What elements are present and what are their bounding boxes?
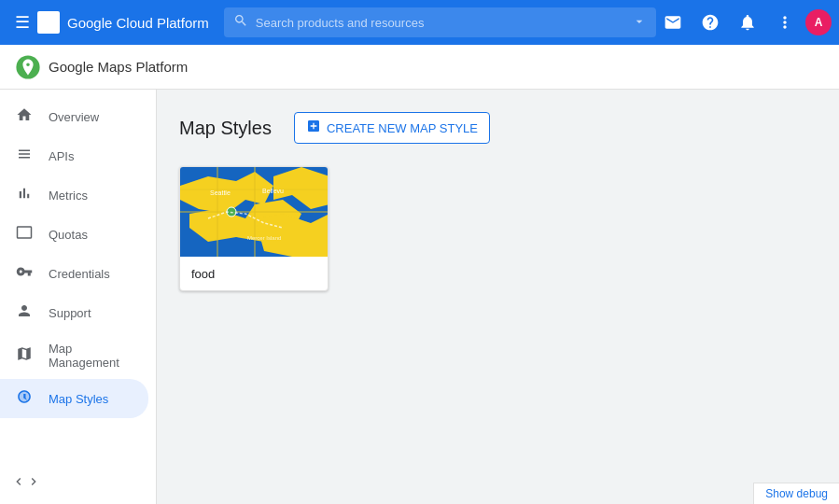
home-icon: [15, 106, 34, 127]
page-header: Map Styles CREATE NEW MAP STYLE: [179, 112, 817, 144]
support-icon: [15, 302, 34, 323]
main-content: Map Styles CREATE NEW MAP STYLE: [157, 90, 839, 504]
main-layout: Overview APIs Metrics Quotas Credentials: [0, 90, 839, 504]
sidebar-item-map-styles[interactable]: Map Styles: [0, 379, 148, 418]
sidebar-map-styles-label: Map Styles: [49, 392, 108, 406]
brand-logo: Google Cloud Platform: [37, 11, 209, 34]
search-input[interactable]: [256, 16, 624, 30]
top-nav-right: A: [656, 6, 832, 39]
map-styles-icon: [15, 388, 34, 409]
sidebar-credentials-label: Credentials: [49, 267, 110, 281]
search-icon: [233, 13, 248, 32]
map-preview-thumbnail: Seattle Bellevu Mercer Island: [180, 167, 328, 257]
cloud-icon: [37, 11, 60, 34]
hamburger-menu-icon[interactable]: ☰: [7, 5, 37, 40]
email-icon-button[interactable]: [656, 6, 690, 39]
sidebar: Overview APIs Metrics Quotas Credentials: [0, 90, 157, 504]
svg-text:Mercer Island: Mercer Island: [247, 235, 281, 241]
sidebar-support-label: Support: [49, 306, 91, 320]
sidebar-item-map-management[interactable]: Map Management: [0, 332, 148, 379]
sidebar-apis-label: APIs: [49, 149, 74, 163]
svg-text:Seattle: Seattle: [210, 189, 231, 196]
sidebar-item-quotas[interactable]: Quotas: [0, 215, 148, 254]
quotas-icon: [15, 224, 34, 245]
map-style-label: food: [180, 257, 328, 290]
sidebar-overview-label: Overview: [49, 110, 99, 124]
debug-bar-label: Show debug: [765, 487, 828, 500]
sub-navigation: Google Maps Platform: [0, 45, 839, 90]
plus-icon: [306, 119, 321, 137]
map-management-icon: [15, 345, 34, 366]
create-new-map-style-button[interactable]: CREATE NEW MAP STYLE: [294, 112, 490, 144]
debug-bar[interactable]: Show debug: [753, 483, 839, 504]
sidebar-item-overview[interactable]: Overview: [0, 97, 148, 136]
sidebar-map-management-label: Map Management: [49, 342, 133, 370]
sidebar-quotas-label: Quotas: [49, 228, 88, 242]
sidebar-item-credentials[interactable]: Credentials: [0, 254, 148, 293]
metrics-icon: [15, 185, 34, 205]
sidebar-item-metrics[interactable]: Metrics: [0, 175, 148, 215]
search-bar[interactable]: [224, 7, 656, 37]
notifications-icon-button[interactable]: [731, 6, 764, 39]
sidebar-item-apis[interactable]: APIs: [0, 136, 148, 175]
create-button-label: CREATE NEW MAP STYLE: [327, 121, 478, 135]
apis-icon: [15, 146, 34, 166]
sidebar-metrics-label: Metrics: [49, 189, 88, 203]
sidebar-collapse-button[interactable]: [0, 467, 157, 497]
user-avatar[interactable]: A: [805, 9, 832, 35]
maps-logo-icon: [15, 54, 41, 80]
more-options-icon-button[interactable]: [768, 6, 802, 39]
sidebar-item-support[interactable]: Support: [0, 293, 148, 332]
search-dropdown-icon[interactable]: [632, 14, 647, 32]
svg-text:Bellevu: Bellevu: [262, 188, 284, 194]
credentials-icon: [15, 263, 34, 284]
brand-name: Google Cloud Platform: [67, 15, 209, 31]
help-icon-button[interactable]: [693, 6, 727, 39]
map-style-card[interactable]: Seattle Bellevu Mercer Island food: [179, 166, 329, 291]
platform-name: Google Maps Platform: [49, 59, 198, 75]
map-styles-grid: Seattle Bellevu Mercer Island food: [179, 166, 817, 291]
top-navigation: ☰ Google Cloud Platform: [0, 0, 839, 45]
page-title: Map Styles: [179, 118, 272, 139]
